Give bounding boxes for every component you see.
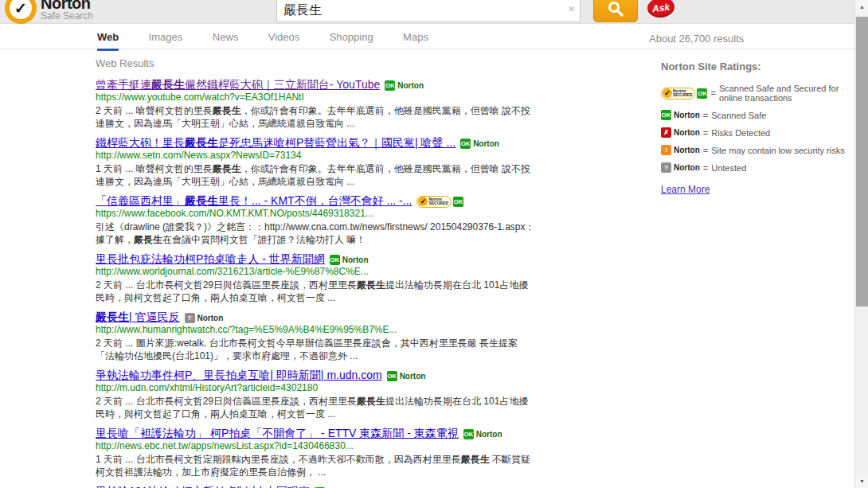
scrollbar-thumb[interactable] xyxy=(856,17,868,306)
rating-badge: ✓NortonSECUREDOK xyxy=(661,88,707,100)
un-badge-icon: ? xyxy=(185,313,195,323)
result-snippet: 2 天前 ... 嗆聲柯文哲的里長嚴長生，你或許會有印象。去年年底選前，他雖是國… xyxy=(96,104,535,130)
un-badge-icon: ? xyxy=(661,162,671,173)
warn-badge-icon: ! xyxy=(661,145,671,155)
ask-logo[interactable]: Ask xyxy=(647,0,675,19)
scroll-down-icon[interactable]: ▼ xyxy=(855,474,868,488)
risk-badge-icon: ✗ xyxy=(661,127,671,138)
rating-row: ✗Norton = Risks Detected xyxy=(661,127,852,138)
search-result: 里長嗆「袒護法輪功」 柯P拍桌「不開會了」 - ETTV 東森新聞 - 東森電視… xyxy=(96,426,535,478)
norton-badge-label: Norton xyxy=(674,128,700,137)
norton-logo-icon: ✓ xyxy=(5,0,37,24)
ratings-list: ✓NortonSECUREDOK = Scanned Safe and Secu… xyxy=(661,84,852,173)
result-title-link[interactable]: 里長批包庇法輪功柯P拍桌嗆走人 - 世界新聞網 xyxy=(96,252,325,265)
clear-search-icon[interactable]: × xyxy=(568,2,575,14)
norton-badge-label: Norton xyxy=(473,139,499,148)
top-header: ✓ Norton Safe Search × Ask xyxy=(0,0,868,24)
rating-label: Site may contain low security risks xyxy=(711,146,845,155)
result-title-link[interactable]: 里长呛101法轮功柯文哲拍桌制止| 中国观察 xyxy=(96,485,310,488)
search-result: 「信義區西村里」嚴長生里長！... - KMT不倒，台灣不會好 ... -...… xyxy=(96,193,535,246)
brand-name: Norton xyxy=(41,0,93,11)
search-result: 曾牽手挺連嚴長生儼然鐵桿藍大砲｜三立新聞台- YouTubeOKNorton h… xyxy=(96,77,535,130)
ok-badge-icon: OK xyxy=(453,197,463,207)
search-result: 嚴長生| 官逼民反?Norton http://www.humanrightwa… xyxy=(96,310,535,362)
norton-logo[interactable]: ✓ Norton Safe Search xyxy=(5,0,93,24)
norton-badge-label: Norton xyxy=(400,372,426,381)
rating-row: ?Norton = Untested xyxy=(661,162,852,173)
results-column: Web Results 曾牽手挺連嚴長生儼然鐵桿藍大砲｜三立新聞台- YouTu… xyxy=(96,57,535,488)
results-heading: Web Results xyxy=(96,57,535,69)
rating-equals: = xyxy=(703,146,708,155)
result-norton-badge: OKNorton xyxy=(463,429,502,439)
search-result: 鐵桿藍大砲！里長嚴長生是死忠馬迷嗆柯P替藍營出氣？｜國民黨| 嗆聲 ...OKN… xyxy=(96,135,535,188)
norton-badge-label: Norton xyxy=(674,163,700,172)
rating-badge: ?Norton xyxy=(661,162,700,173)
result-url: http://www.setn.com/News.aspx?NewsID=731… xyxy=(96,150,535,162)
rating-badge: ✗Norton xyxy=(661,127,700,138)
result-url: http://www.worldjournal.com/3216213/arti… xyxy=(96,266,535,278)
results-count: About 26,700 results xyxy=(649,33,744,45)
scroll-up-icon[interactable]: ▲ xyxy=(855,0,868,14)
result-snippet: 引述《drawline (誰愛我？)》之銘言：：http://www.cna.c… xyxy=(96,221,535,246)
result-title-link[interactable]: 爭執法輪功事件柯P、里長拍桌互嗆| 即時新聞| m.udn.com xyxy=(96,369,382,381)
norton-badge-label: Norton xyxy=(674,146,700,154)
rating-label: Scanned Safe and Secured for online tran… xyxy=(719,84,852,103)
rating-equals: = xyxy=(710,88,715,98)
rating-row: OKNorton = Scanned Safe xyxy=(661,110,852,120)
ok-badge-icon: OK xyxy=(387,371,397,381)
magnifier-icon xyxy=(607,0,624,18)
results-list: 曾牽手挺連嚴長生儼然鐵桿藍大砲｜三立新聞台- YouTubeOKNorton h… xyxy=(96,77,535,488)
norton-badge-label: Norton xyxy=(674,111,700,119)
rating-equals: = xyxy=(703,128,708,138)
ok-badge-icon: OK xyxy=(385,80,395,91)
norton-badge-label: Norton xyxy=(476,430,502,439)
brand-subtitle: Safe Search xyxy=(41,11,93,21)
result-norton-badge: ✓NortonSECUREDOK xyxy=(416,196,463,208)
norton-badge-label: Norton xyxy=(197,314,224,322)
search-result: 里长呛101法轮功柯文哲拍桌制止| 中国观察OKNorton https://c… xyxy=(96,484,535,488)
ok-badge-icon: OK xyxy=(697,88,707,99)
ratings-title: Norton Site Ratings: xyxy=(661,61,852,72)
result-url: https://www.facebook.com/NO.KMT.KMT.NO/p… xyxy=(96,208,535,220)
result-title-link[interactable]: 鐵桿藍大砲！里長嚴長生是死忠馬迷嗆柯P替藍營出氣？｜國民黨| 嗆聲 ... xyxy=(96,136,456,149)
page: ✓ Norton Safe Search × Ask Web Images Ne… xyxy=(0,0,868,488)
learn-more-link[interactable]: Learn More xyxy=(661,184,710,195)
ok-badge-icon: OK xyxy=(460,139,471,149)
search-result: 里長批包庇法輪功柯P拍桌嗆走人 - 世界新聞網OKNorton http://w… xyxy=(96,252,535,304)
result-title-link[interactable]: 「信義區西村里」嚴長生里長！... - KMT不倒，台灣不會好 ... -... xyxy=(96,194,412,207)
result-norton-badge: OKNorton xyxy=(387,371,426,381)
result-url: https://www.youtube.com/watch?v=EA3Of1HA… xyxy=(96,92,535,103)
result-snippet: 1 天前 ... 台北市長柯文哲定期跟轄內里長座談，不過昨天卻不歡而散，因為西村… xyxy=(96,453,535,478)
search-button[interactable] xyxy=(593,0,638,22)
result-snippet: 1 天前 ... 嗆聲柯文哲的里長嚴長生，你或許會有印象。去年年底選前，他雖是國… xyxy=(96,162,535,188)
search-box: × xyxy=(276,0,581,22)
result-norton-badge: OKNorton xyxy=(460,139,499,149)
result-url: http://m.udn.com/xhtml/HistoryArt?articl… xyxy=(96,382,535,394)
search-result: 爭執法輪功事件柯P、里長拍桌互嗆| 即時新聞| m.udn.comOKNorto… xyxy=(96,368,535,420)
tabs: Web Images News Videos Shopping Maps xyxy=(97,29,455,51)
result-snippet: 2 天前 ... 台北市長柯文哲29日與信義區里長座談，西村里里長嚴長生提出法輪… xyxy=(96,279,535,304)
tab-images[interactable]: Images xyxy=(149,31,183,49)
result-title-link[interactable]: 里長嗆「袒護法輪功」 柯P拍桌「不開會了」 - ETTV 東森新聞 - 東森電視 xyxy=(96,427,459,439)
result-title-link[interactable]: 嚴長生| 官逼民反 xyxy=(96,310,180,323)
rating-equals: = xyxy=(703,111,708,120)
tab-shopping[interactable]: Shopping xyxy=(330,31,373,49)
result-title-link[interactable]: 曾牽手挺連嚴長生儼然鐵桿藍大砲｜三立新聞台- YouTube xyxy=(96,78,380,91)
rating-row: ✓NortonSECUREDOK = Scanned Safe and Secu… xyxy=(661,84,852,103)
tab-news[interactable]: News xyxy=(213,31,239,49)
rating-label: Scanned Safe xyxy=(711,111,766,120)
scrollbar-track[interactable]: ▲ ▼ xyxy=(854,0,868,488)
search-input[interactable] xyxy=(277,0,580,21)
checkmark-icon: ✓ xyxy=(10,0,32,19)
tab-web[interactable]: Web xyxy=(97,31,119,51)
tab-maps[interactable]: Maps xyxy=(403,31,428,49)
ok-badge-icon: OK xyxy=(463,429,474,439)
tab-videos[interactable]: Videos xyxy=(268,31,300,49)
norton-badge-label: Norton xyxy=(397,81,424,90)
rating-label: Risks Detected xyxy=(711,128,770,138)
rating-badge: !Norton xyxy=(661,145,700,155)
result-norton-badge: OKNorton xyxy=(330,255,369,265)
rating-badge: OKNorton xyxy=(661,110,700,120)
result-norton-badge: ?Norton xyxy=(185,313,224,323)
result-url: http://www.humanrightwatch.cc/?tag=%E5%9… xyxy=(96,324,535,336)
